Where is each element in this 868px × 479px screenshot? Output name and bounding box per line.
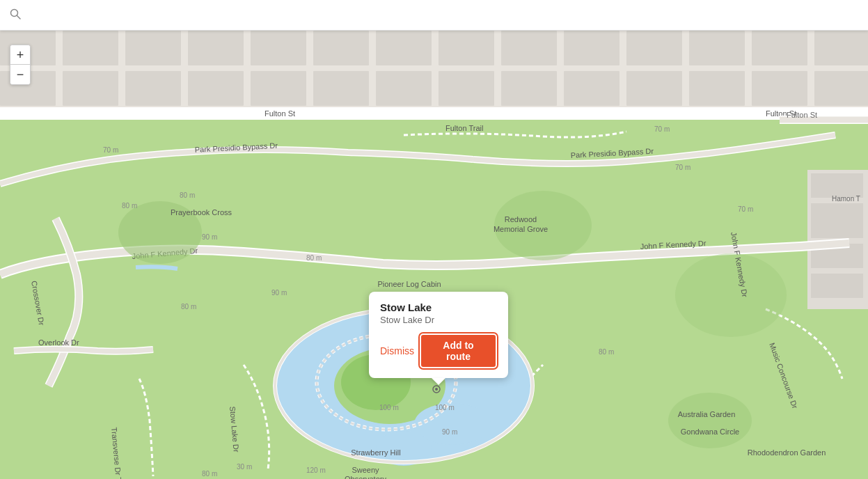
search-bar: Stow Lake, Stow Lake Dr, San Francisco, …: [0, 0, 868, 31]
svg-rect-24: [376, 71, 432, 106]
search-icon: [10, 8, 21, 22]
svg-text:Memorial Grove: Memorial Grove: [494, 225, 548, 233]
popup-subtitle: Stow Lake Dr: [380, 315, 497, 325]
svg-rect-30: [752, 71, 807, 106]
svg-text:80 m: 80 m: [202, 470, 217, 478]
zoom-out-button[interactable]: −: [10, 65, 30, 84]
svg-rect-10: [376, 31, 432, 65]
location-popup: Stow Lake Stow Lake Dr Dismiss Add to ro…: [369, 292, 508, 378]
svg-rect-14: [626, 31, 682, 65]
svg-point-99: [435, 388, 438, 391]
svg-rect-16: [752, 31, 807, 65]
svg-text:70 m: 70 m: [103, 146, 118, 154]
search-input[interactable]: Stow Lake, Stow Lake Dr, San Francisco, …: [28, 10, 858, 21]
svg-rect-40: [811, 173, 863, 198]
svg-text:Fulton Trail: Fulton Trail: [445, 124, 483, 132]
svg-text:Rhododendron Garden: Rhododendron Garden: [748, 448, 826, 457]
svg-text:90 m: 90 m: [202, 233, 217, 241]
svg-text:100 m: 100 m: [435, 404, 455, 411]
svg-rect-7: [188, 31, 244, 65]
svg-rect-31: [814, 71, 868, 106]
svg-rect-28: [626, 71, 682, 106]
svg-point-55: [675, 253, 787, 337]
svg-text:70 m: 70 m: [675, 164, 691, 171]
svg-text:Observatory: Observatory: [345, 475, 386, 479]
svg-rect-25: [439, 71, 494, 106]
svg-text:Gondwana Circle: Gondwana Circle: [681, 427, 739, 436]
svg-text:Hamon T: Hamon T: [832, 195, 860, 203]
svg-text:80 m: 80 m: [181, 303, 196, 311]
svg-rect-26: [501, 71, 557, 106]
dismiss-button[interactable]: Dismiss: [380, 345, 414, 356]
svg-text:Fulton St: Fulton St: [787, 111, 817, 119]
svg-rect-13: [564, 31, 620, 65]
svg-rect-15: [689, 31, 745, 65]
svg-line-1: [17, 15, 21, 19]
svg-text:80 m: 80 m: [180, 191, 195, 199]
svg-text:Redwood: Redwood: [505, 215, 537, 223]
svg-rect-41: [811, 203, 863, 238]
svg-text:90 m: 90 m: [271, 289, 287, 297]
svg-rect-43: [811, 274, 863, 298]
svg-rect-8: [251, 31, 306, 65]
svg-rect-9: [313, 31, 369, 65]
svg-rect-6: [125, 31, 181, 65]
svg-rect-11: [439, 31, 494, 65]
svg-text:Pioneer Log Cabin: Pioneer Log Cabin: [377, 280, 441, 288]
svg-text:Fulton St: Fulton St: [265, 109, 295, 118]
svg-text:120 m: 120 m: [306, 466, 326, 474]
svg-text:100 m: 100 m: [379, 404, 399, 411]
svg-text:90 m: 90 m: [442, 428, 457, 436]
svg-rect-20: [125, 71, 181, 106]
svg-rect-22: [251, 71, 306, 106]
svg-text:Strawberry Hill: Strawberry Hill: [351, 448, 401, 457]
svg-rect-32: [0, 107, 868, 120]
map-container[interactable]: Fulton St Fulton St Fulton Trail Park Pr…: [0, 31, 868, 479]
svg-rect-21: [188, 71, 244, 106]
popup-actions: Dismiss Add to route: [380, 333, 497, 368]
svg-text:Sweeny: Sweeny: [352, 466, 379, 474]
zoom-controls: + −: [10, 45, 31, 85]
svg-text:Prayerbook Cross: Prayerbook Cross: [171, 208, 232, 217]
popup-title: Stow Lake: [380, 301, 497, 313]
svg-text:Overlook Dr: Overlook Dr: [38, 338, 79, 347]
svg-point-61: [668, 393, 752, 448]
svg-rect-5: [63, 31, 118, 65]
svg-text:30 m: 30 m: [237, 463, 252, 471]
svg-rect-17: [814, 31, 868, 65]
svg-rect-12: [501, 31, 557, 65]
svg-text:80 m: 80 m: [122, 202, 137, 210]
svg-rect-27: [564, 71, 620, 106]
add-route-button[interactable]: Add to route: [420, 333, 497, 368]
svg-text:Australia Garden: Australia Garden: [678, 410, 736, 418]
svg-rect-23: [313, 71, 369, 106]
svg-text:80 m: 80 m: [306, 254, 322, 262]
svg-rect-19: [63, 71, 118, 106]
svg-text:70 m: 70 m: [738, 205, 753, 213]
svg-text:80 m: 80 m: [599, 348, 614, 356]
zoom-in-button[interactable]: +: [10, 45, 30, 65]
svg-text:70 m: 70 m: [654, 125, 670, 133]
svg-rect-29: [689, 71, 745, 106]
